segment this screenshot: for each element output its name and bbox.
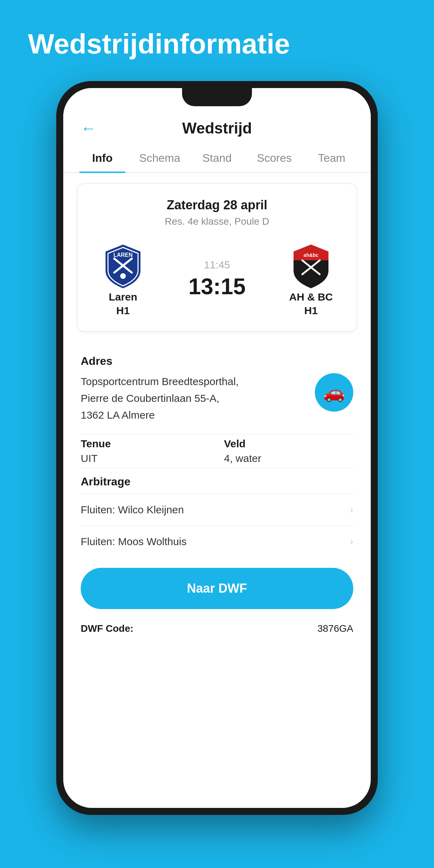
match-league: Res. 4e klasse, Poule D [88,216,346,227]
tenue-value: UIT [81,453,210,464]
page-bg-title: Wedstrijdinformatie [0,28,434,60]
score-block: 11:45 13:15 [158,259,276,299]
home-team-sub: H1 [116,304,130,317]
arbitrage-item-2-text: Fluiten: Moos Wolthuis [81,536,187,548]
divider-2 [81,468,353,468]
chevron-right-icon: › [350,504,353,515]
dwf-code-value: 3876GA [317,623,353,634]
veld-block: Veld 4, water [224,438,353,464]
home-team: LAREN Laren H1 [88,241,158,317]
arbitrage-label: Arbitrage [81,475,353,488]
ahbc-logo: ah&bc [287,241,335,290]
veld-value: 4, water [224,453,353,464]
bottom-section: Naar DWF [63,557,371,616]
chevron-right-icon-2: › [350,536,353,547]
away-team-name: AH & BC [289,290,333,304]
tab-team[interactable]: Team [303,144,360,172]
svg-point-2 [120,273,126,279]
app-content: ← Wedstrijd Info Schema Stand Scores Tea… [63,88,371,808]
laren-logo: LAREN [99,241,147,290]
phone-screen: ← Wedstrijd Info Schema Stand Scores Tea… [63,88,371,808]
arbitrage-item-2[interactable]: Fluiten: Moos Wolthuis › [81,526,353,557]
address-section: Adres Topsportcentrum Breedtesporthal, P… [63,342,371,472]
dwf-code-row: DWF Code: 3876GA [63,616,371,634]
address-row: Topsportcentrum Breedtesporthal, Pierre … [81,373,353,424]
arbitrage-item-1-text: Fluiten: Wilco Kleijnen [81,504,184,516]
match-card: Zaterdag 28 april Res. 4e klasse, Poule … [77,183,357,332]
tab-bar: Info Schema Stand Scores Team [63,144,371,173]
dwf-code-label: DWF Code: [81,623,133,634]
naar-dwf-button[interactable]: Naar DWF [81,568,353,609]
arbitrage-section: Arbitrage Fluiten: Wilco Kleijnen › Flui… [63,475,371,557]
address-label: Adres [81,355,353,368]
away-team: ah&bc AH & BC H1 [276,241,346,317]
tab-stand[interactable]: Stand [188,144,246,172]
tenue-block: Tenue UIT [81,438,210,464]
tenue-veld-row: Tenue UIT Veld 4, water [81,438,353,464]
match-score: 13:15 [188,274,246,299]
away-team-sub: H1 [304,304,318,317]
divider-1 [81,434,353,434]
match-date: Zaterdag 28 april [88,198,346,212]
car-icon: 🚗 [323,382,345,403]
back-button[interactable]: ← [81,120,96,137]
veld-label: Veld [224,438,353,450]
svg-text:LAREN: LAREN [113,252,132,258]
address-text: Topsportcentrum Breedtesporthal, Pierre … [81,373,308,424]
arbitrage-item-1[interactable]: Fluiten: Wilco Kleijnen › [81,494,353,526]
svg-text:ah&bc: ah&bc [304,252,319,258]
tab-schema[interactable]: Schema [131,144,188,172]
navigation-button[interactable]: 🚗 [315,373,353,412]
time-planned: 11:45 [204,259,230,271]
tab-scores[interactable]: Scores [246,144,303,172]
phone-notch [182,88,252,106]
header-title: Wedstrijd [182,120,252,137]
home-team-name: Laren [109,290,137,304]
phone-shell: ← Wedstrijd Info Schema Stand Scores Tea… [56,81,378,815]
match-teams: LAREN Laren H1 11:45 13:15 [88,241,346,317]
tab-info[interactable]: Info [74,144,131,172]
tenue-label: Tenue [81,438,210,450]
